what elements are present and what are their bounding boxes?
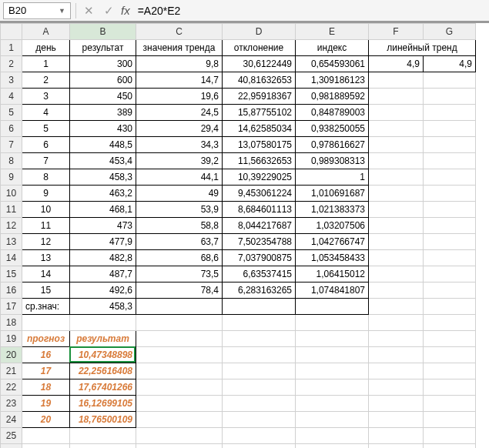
cell-r23-3[interactable]: [369, 396, 424, 412]
cell-C9[interactable]: 44,1: [136, 169, 223, 186]
cell-F2[interactable]: 4,9: [369, 56, 424, 72]
cell-C10[interactable]: 49: [136, 186, 223, 202]
cell-B3[interactable]: 600: [70, 72, 136, 89]
cell-r19-1[interactable]: [223, 331, 296, 347]
cell-C12[interactable]: 58,8: [136, 218, 223, 234]
cell-r22-2[interactable]: [296, 379, 369, 396]
cell-F7[interactable]: [369, 137, 424, 153]
cell-F8[interactable]: [369, 153, 424, 169]
cell-G3[interactable]: [424, 72, 476, 89]
cell-r18-3[interactable]: [223, 315, 296, 331]
row-header-8[interactable]: 8: [1, 153, 22, 169]
cell-F3[interactable]: [369, 72, 424, 89]
cell-B9[interactable]: 458,3: [70, 169, 136, 186]
row-header-4[interactable]: 4: [1, 89, 22, 105]
cell-E10[interactable]: 1,010691687: [296, 186, 369, 202]
cell-D10[interactable]: 9,453061224: [223, 186, 296, 202]
row-header-26[interactable]: 26: [1, 444, 22, 449]
cell-r25-5[interactable]: [369, 428, 424, 444]
cell-F6[interactable]: [369, 121, 424, 137]
cell-G13[interactable]: [424, 234, 476, 250]
prognoz-A21[interactable]: 17: [22, 363, 70, 379]
cell-G7[interactable]: [424, 137, 476, 153]
cell-r24-4[interactable]: [424, 412, 476, 428]
cell-F4[interactable]: [369, 89, 424, 105]
cell-E11[interactable]: 1,021383373: [296, 202, 369, 218]
cell-r21-3[interactable]: [369, 363, 424, 379]
cell-B12[interactable]: 473: [70, 218, 136, 234]
cell-B14[interactable]: 482,8: [70, 250, 136, 266]
cell-E16[interactable]: 1,074841807: [296, 283, 369, 299]
cell-E3[interactable]: 1,309186123: [296, 72, 369, 89]
cell-E2[interactable]: 0,654593061: [296, 56, 369, 72]
header-index[interactable]: индекс: [296, 40, 369, 56]
cell-E13[interactable]: 1,042766747: [296, 234, 369, 250]
cell-C17[interactable]: [136, 299, 223, 315]
cell-F12[interactable]: [369, 218, 424, 234]
header-dev[interactable]: отклонение: [223, 40, 296, 56]
cell-r22-1[interactable]: [223, 379, 296, 396]
cell-B11[interactable]: 468,1: [70, 202, 136, 218]
row-header-6[interactable]: 6: [1, 121, 22, 137]
cell-B10[interactable]: 463,2: [70, 186, 136, 202]
cell-B8[interactable]: 453,4: [70, 153, 136, 169]
cell-D15[interactable]: 6,63537415: [223, 266, 296, 283]
cell-A2[interactable]: 1: [22, 56, 70, 72]
cell-G14[interactable]: [424, 250, 476, 266]
row-header-20[interactable]: 20: [1, 347, 22, 363]
prognoz-hdr-B[interactable]: результат: [70, 331, 136, 347]
column-header-B[interactable]: B: [70, 24, 136, 40]
cell-G9[interactable]: [424, 169, 476, 186]
cell-r21-0[interactable]: [136, 363, 223, 379]
prognoz-A20[interactable]: 16: [22, 347, 70, 363]
cell-A14[interactable]: 13: [22, 250, 70, 266]
cell-r18-2[interactable]: [136, 315, 223, 331]
row-header-24[interactable]: 24: [1, 412, 22, 428]
cell-B2[interactable]: 300: [70, 56, 136, 72]
cell-D4[interactable]: 22,95918367: [223, 89, 296, 105]
cell-D12[interactable]: 8,044217687: [223, 218, 296, 234]
cell-E9[interactable]: 1: [296, 169, 369, 186]
spreadsheet-grid[interactable]: ABCDEFG 1деньрезультатзначения трендаотк…: [0, 23, 489, 448]
cell-A4[interactable]: 3: [22, 89, 70, 105]
cell-r26-5[interactable]: [369, 444, 424, 449]
cell-E7[interactable]: 0,978616627: [296, 137, 369, 153]
row-header-19[interactable]: 19: [1, 331, 22, 347]
cell-r23-1[interactable]: [223, 396, 296, 412]
cell-r26-0[interactable]: [22, 444, 70, 449]
cell-r25-1[interactable]: [70, 428, 136, 444]
cell-C5[interactable]: 24,5: [136, 105, 223, 121]
column-header-A[interactable]: A: [22, 24, 70, 40]
cell-A15[interactable]: 14: [22, 266, 70, 283]
cell-F10[interactable]: [369, 186, 424, 202]
row-header-22[interactable]: 22: [1, 379, 22, 396]
cell-E12[interactable]: 1,03207506: [296, 218, 369, 234]
cell-r18-1[interactable]: [70, 315, 136, 331]
cell-C2[interactable]: 9,8: [136, 56, 223, 72]
confirm-icon[interactable]: ✓: [101, 3, 116, 18]
row-header-23[interactable]: 23: [1, 396, 22, 412]
row-header-16[interactable]: 16: [1, 283, 22, 299]
cell-r20-1[interactable]: [223, 347, 296, 363]
cell-r20-2[interactable]: [296, 347, 369, 363]
select-all-corner[interactable]: [1, 24, 22, 40]
cell-r20-4[interactable]: [424, 347, 476, 363]
cell-G16[interactable]: [424, 283, 476, 299]
cell-D6[interactable]: 14,62585034: [223, 121, 296, 137]
cell-A11[interactable]: 10: [22, 202, 70, 218]
cell-B16[interactable]: 492,6: [70, 283, 136, 299]
cell-G10[interactable]: [424, 186, 476, 202]
prognoz-A24[interactable]: 20: [22, 412, 70, 428]
header-trend[interactable]: значения тренда: [136, 40, 223, 56]
cell-F5[interactable]: [369, 105, 424, 121]
cell-E4[interactable]: 0,981889592: [296, 89, 369, 105]
cell-A8[interactable]: 7: [22, 153, 70, 169]
cell-A5[interactable]: 4: [22, 105, 70, 121]
cell-C16[interactable]: 78,4: [136, 283, 223, 299]
header-result[interactable]: результат: [70, 40, 136, 56]
cell-r26-4[interactable]: [296, 444, 369, 449]
column-header-D[interactable]: D: [223, 24, 296, 40]
cell-r23-0[interactable]: [136, 396, 223, 412]
row-header-1[interactable]: 1: [1, 40, 22, 56]
cell-C13[interactable]: 63,7: [136, 234, 223, 250]
